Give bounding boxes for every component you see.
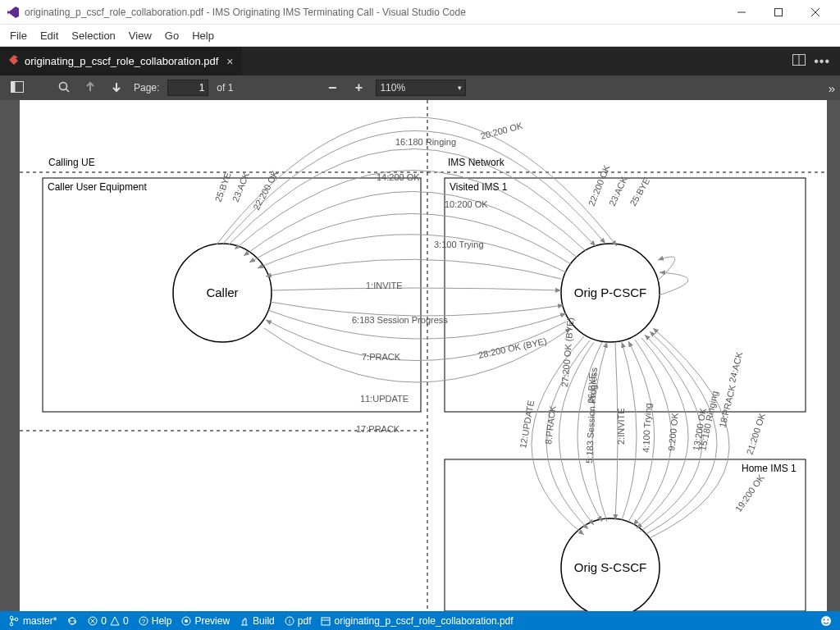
label-visited-ims1: Visited IMS 1 (450, 181, 508, 193)
menu-file[interactable]: File (3, 26, 34, 45)
svg-text:17:PRACK: 17:PRACK (356, 424, 400, 434)
status-feedback-icon[interactable] (820, 615, 832, 627)
svg-text:28:200 OK (BYE): 28:200 OK (BYE) (477, 336, 548, 360)
svg-text:16:180 Ringing: 16:180 Ringing (395, 137, 456, 147)
status-problems[interactable]: 0 0 (88, 615, 128, 627)
window-title-bar: originating_p_cscf_role_collaboration.pd… (0, 0, 840, 25)
tab-close-icon[interactable]: × (223, 55, 233, 68)
svg-text:i: i (289, 619, 290, 624)
page-number-input[interactable] (167, 80, 208, 96)
window-controls (723, 0, 833, 25)
status-help[interactable]: ? Help (139, 615, 172, 627)
expand-toolbar-icon[interactable]: » (829, 81, 832, 95)
svg-text:19:200 OK: 19:200 OK (733, 472, 766, 514)
svg-text:7:PRACK: 7:PRACK (362, 352, 401, 362)
menu-view[interactable]: View (122, 26, 158, 45)
svg-text:14:200 OK: 14:200 OK (377, 172, 420, 182)
status-sync[interactable] (66, 615, 78, 627)
label-calling-ue: Calling UE (48, 157, 95, 168)
svg-text:11:UPDATE: 11:UPDATE (360, 394, 409, 404)
svg-text:18:PRACK: 18:PRACK (717, 383, 737, 428)
pdf-file-icon (8, 54, 20, 68)
diagram-svg: Calling UE IMS Network Caller User Equip… (20, 100, 827, 611)
svg-text:24:ACK: 24:ACK (727, 350, 744, 383)
menu-selection[interactable]: Selection (65, 26, 121, 45)
svg-text:9:200 OK: 9:200 OK (666, 412, 680, 451)
zoom-in-icon[interactable]: + (349, 80, 368, 95)
svg-rect-7 (11, 81, 16, 92)
status-bar: master* 0 0 ? Help Preview Build i pdf o… (0, 611, 840, 630)
svg-point-62 (821, 616, 831, 626)
svg-text:10:200 OK: 10:200 OK (445, 199, 488, 209)
pdf-toolbar: Page: of 1 − + 110% ▾ » (0, 75, 840, 100)
svg-text:?: ? (141, 618, 145, 625)
svg-point-64 (828, 619, 829, 620)
menu-bar: File Edit Selection View Go Help (0, 25, 840, 47)
svg-text:25:BYE: 25:BYE (628, 176, 651, 208)
page-label: Page: (134, 82, 159, 94)
svg-text:21:200 OK: 21:200 OK (744, 411, 767, 455)
close-button[interactable] (797, 0, 833, 25)
node-orig-p-cscf-label: Orig P-CSCF (574, 285, 646, 299)
menu-help[interactable]: Help (185, 26, 221, 45)
svg-text:23:ACK: 23:ACK (607, 175, 629, 208)
label-home-ims1: Home IMS 1 (742, 463, 797, 474)
maximize-button[interactable] (760, 0, 797, 25)
status-build[interactable]: Build (240, 615, 275, 627)
svg-text:4:100 Trying: 4:100 Trying (641, 403, 653, 453)
svg-point-8 (60, 82, 67, 89)
svg-text:12:UPDATE: 12:UPDATE (518, 399, 536, 449)
status-file-path[interactable]: originating_p_cscf_role_collaboration.pd… (321, 615, 513, 627)
status-preview[interactable]: Preview (181, 615, 230, 627)
label-ims-network: IMS Network (448, 157, 505, 168)
svg-point-49 (10, 623, 13, 626)
page-count-label: of 1 (217, 82, 233, 94)
svg-point-48 (10, 616, 13, 619)
node-caller-label: Caller (206, 285, 238, 299)
editor-tab-bar: originating_p_cscf_role_collaboration.pd… (0, 47, 840, 75)
svg-text:25:BYE: 25:BYE (213, 171, 233, 203)
sidebar-toggle-icon[interactable] (8, 81, 26, 95)
prev-page-icon[interactable] (81, 81, 99, 95)
search-icon[interactable] (55, 81, 73, 95)
svg-text:20:200 OK: 20:200 OK (479, 121, 524, 141)
menu-go[interactable]: Go (158, 26, 185, 45)
status-pdf-language[interactable]: i pdf (285, 615, 312, 627)
zoom-chevron-icon: ▾ (458, 84, 462, 92)
menu-edit[interactable]: Edit (34, 26, 65, 45)
pdf-viewport: Calling UE IMS Network Caller User Equip… (0, 100, 840, 611)
svg-text:8:PRACK: 8:PRACK (543, 404, 558, 445)
svg-rect-60 (322, 618, 330, 625)
zoom-out-icon[interactable]: − (323, 80, 341, 97)
svg-point-63 (824, 619, 825, 620)
svg-text:23:ACK: 23:ACK (231, 170, 252, 203)
svg-point-50 (15, 618, 18, 621)
pdf-page: Calling UE IMS Network Caller User Equip… (20, 100, 827, 611)
zoom-select[interactable]: 110% ▾ (376, 80, 466, 96)
tab-filename: originating_p_cscf_role_collaboration.pd… (25, 55, 218, 67)
svg-text:1:INVITE: 1:INVITE (366, 281, 403, 290)
vscode-icon (7, 6, 20, 19)
window-title: originating_p_cscf_role_collaboration.pd… (25, 7, 723, 18)
more-actions-icon[interactable]: ••• (814, 54, 830, 69)
svg-point-57 (185, 619, 188, 623)
editor-tab[interactable]: originating_p_cscf_role_collaboration.pd… (0, 47, 242, 75)
node-orig-s-cscf-label: Orig S-CSCF (574, 560, 646, 574)
zoom-value: 110% (380, 82, 405, 94)
next-page-icon[interactable] (107, 81, 126, 95)
svg-rect-1 (774, 8, 782, 16)
svg-text:3:100 Trying: 3:100 Trying (434, 240, 484, 249)
label-caller-ue-box: Caller User Equipment (48, 181, 147, 193)
split-editor-icon[interactable] (792, 54, 806, 68)
svg-text:6:183 Session Progress: 6:183 Session Progress (352, 315, 448, 325)
svg-text:27:200 OK (BYE): 27:200 OK (BYE) (559, 317, 575, 387)
svg-line-9 (66, 89, 70, 92)
minimize-button[interactable] (723, 0, 760, 25)
svg-text:2:INVITE: 2:INVITE (616, 408, 626, 445)
status-git-branch[interactable]: master* (8, 615, 57, 627)
